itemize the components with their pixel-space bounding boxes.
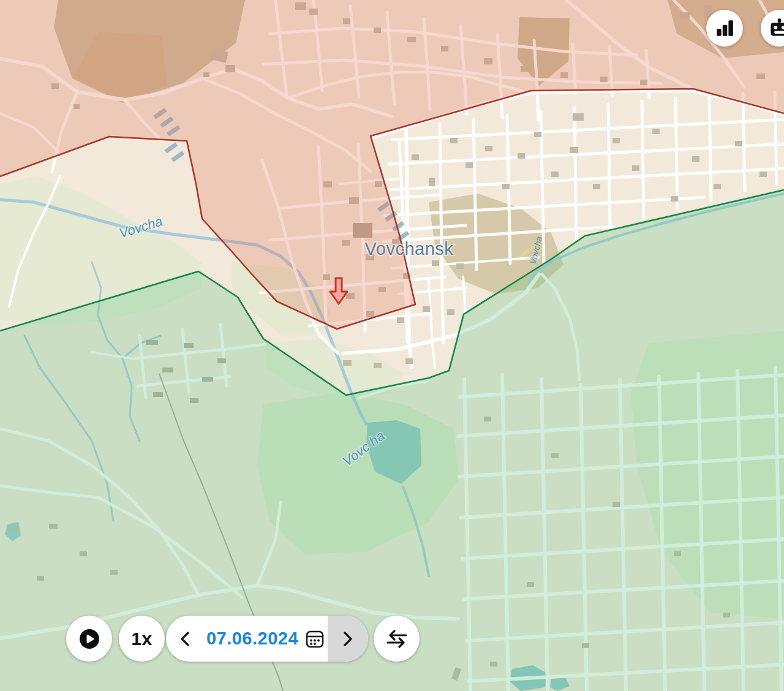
city-label: Vovchansk xyxy=(365,239,454,259)
speed-button[interactable]: 1x xyxy=(119,616,165,662)
date-value: 07.06.2024 xyxy=(206,629,298,649)
calendar-icon xyxy=(304,629,325,649)
swap-arrows-icon xyxy=(385,629,409,649)
stats-button[interactable] xyxy=(706,10,743,47)
chevron-right-icon xyxy=(341,630,355,648)
date-display-button[interactable]: 07.06.2024 xyxy=(204,616,328,662)
date-picker: 07.06.2024 xyxy=(166,616,368,662)
bar-chart-icon xyxy=(715,18,734,38)
play-icon xyxy=(77,627,102,651)
speed-label: 1x xyxy=(131,629,152,649)
compare-button[interactable] xyxy=(374,616,420,662)
robot-icon xyxy=(769,18,784,39)
map-app: Vovchansk Vovcha Vovc ha Vovcha xyxy=(0,0,784,691)
map-canvas[interactable]: Vovchansk Vovcha Vovc ha Vovcha xyxy=(0,0,784,691)
chevron-left-icon xyxy=(178,630,192,648)
play-button[interactable] xyxy=(66,616,112,662)
